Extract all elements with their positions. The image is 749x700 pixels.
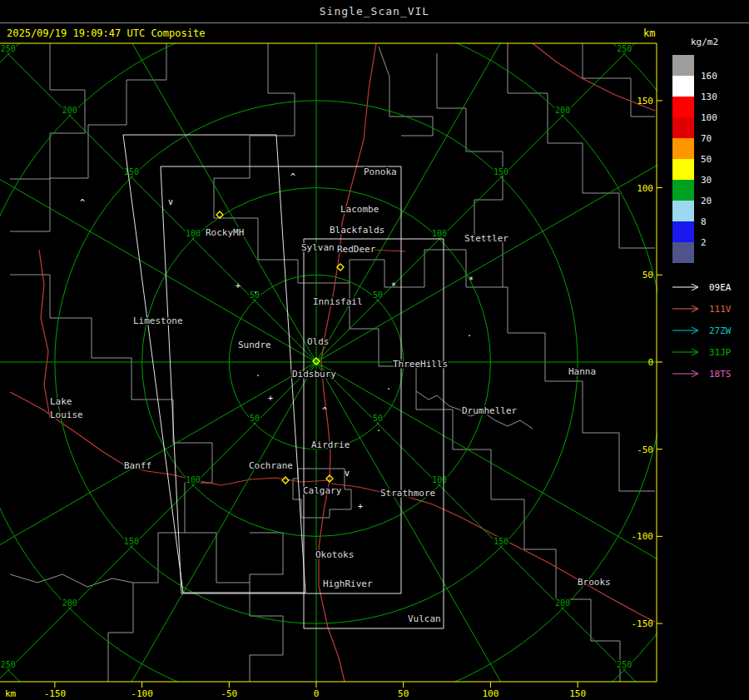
azimuth-spoke (79, 362, 316, 700)
bottom-axis-unit: km (5, 688, 17, 699)
range-label: 100 (432, 229, 447, 238)
town-marker: ^ (80, 198, 85, 207)
city-label: Ponoka (364, 166, 397, 177)
city-label: Didsbury (292, 369, 336, 380)
town-marker: v (345, 469, 350, 478)
range-label: 100 (186, 475, 201, 484)
town-marker: ^ (290, 172, 295, 181)
town-marker: * (469, 276, 474, 285)
city-label: Drumheller (462, 405, 518, 416)
right-axis-label: -150 (632, 618, 654, 629)
range-label: 150 (124, 167, 139, 176)
range-label: 200 (555, 598, 570, 608)
scale-swatch (672, 55, 694, 76)
scale-swatch (672, 159, 694, 180)
right-axis-label: 100 (637, 183, 653, 194)
azimuth-spoke (316, 27, 652, 362)
scale-swatch (672, 180, 694, 201)
city-label: Okotoks (315, 549, 354, 560)
city-label: Blackfalds (330, 225, 384, 236)
bottom-axis-label: -100 (131, 688, 153, 699)
county-boundary (503, 287, 655, 491)
county-boundary (250, 533, 283, 682)
range-label: 200 (555, 106, 570, 115)
city-label: Lake (50, 396, 72, 407)
bottom-axis-label: 50 (398, 688, 409, 699)
range-label: 200 (62, 106, 77, 115)
radar-site-entry: 111V (667, 298, 747, 320)
scale-entry: 20 (667, 180, 747, 201)
radar-site-id: 18TS (709, 369, 732, 380)
right-axis-label: -100 (632, 531, 654, 542)
range-label: 150 (494, 537, 508, 546)
county-boundary (185, 533, 250, 583)
radar-sites-legend: 09EA111V27ZW31JP18TS (667, 276, 747, 385)
radar-site-arrow-icon (671, 282, 704, 292)
city-label: Cochrane (249, 460, 293, 471)
range-label: 50 (373, 414, 383, 423)
range-label: 250 (617, 660, 632, 669)
range-label: 100 (432, 475, 447, 484)
bottom-axis-label: -50 (221, 688, 237, 699)
city-label: Stettler (464, 233, 508, 244)
radar-site-arrow-icon (671, 369, 704, 379)
legend-unit: kg/m2 (667, 37, 747, 50)
city-label: RedDeer (337, 244, 376, 255)
scale-swatch (672, 76, 694, 97)
range-label: 200 (62, 598, 77, 608)
azimuth-spoke (316, 0, 553, 362)
scale-entry: 8 (667, 201, 747, 221)
city-label: Strathmore (380, 488, 435, 499)
city-label: RockyMH (206, 227, 244, 238)
radar-map[interactable]: 5050505010010010010015015015015020020020… (0, 0, 666, 700)
city-label: Hanna (568, 366, 596, 377)
radar-site-entry: 31JP (667, 341, 747, 363)
city-labels: PonokaLacombeBlackfaldsSylvanRedDeerRock… (50, 166, 611, 624)
range-label: 150 (124, 537, 139, 546)
county-boundary (10, 275, 212, 682)
city-label: Lacombe (340, 204, 379, 215)
city-label: Brooks (578, 577, 611, 588)
radar-site-entry: 27ZW (667, 320, 747, 341)
scale-swatch (672, 117, 694, 138)
county-boundary (10, 574, 133, 587)
city-label: Louise (50, 410, 83, 420)
town-marker: ^ (322, 406, 327, 415)
scale-entry: 160 (667, 55, 747, 76)
scale-entry: 50 (667, 138, 747, 159)
azimuth-spoke (316, 362, 553, 700)
town-marker: + (268, 394, 273, 403)
city-label: Banff (124, 460, 151, 471)
scale-entry (667, 242, 747, 263)
right-axis-label: -50 (637, 444, 653, 455)
range-rings: 5050505010010010010015015015015020020020… (0, 0, 666, 700)
town-marker: v (168, 197, 173, 206)
scale-swatch (672, 97, 694, 117)
scale-swatch (672, 221, 694, 242)
right-axis-label: 0 (647, 357, 653, 368)
city-label: Airdrie (311, 439, 350, 450)
azimuth-spoke (0, 125, 316, 362)
county-boundary (10, 43, 166, 231)
city-label: Vulcan (408, 613, 441, 624)
town-marker: . (253, 285, 258, 295)
town-marker: . (467, 329, 472, 338)
scale-entry: 30 (667, 159, 747, 180)
city-label: Innisfail (313, 296, 363, 307)
city-label: Limestone (133, 315, 183, 326)
range-ring (0, 13, 665, 700)
scale-swatch (672, 138, 694, 159)
town-marker: . (386, 382, 391, 391)
radar-site-id: 31JP (709, 347, 732, 358)
county-boundary (214, 43, 295, 218)
station-diamond-marker (282, 477, 289, 484)
radar-site-arrow-icon (671, 325, 704, 335)
scale-swatch (672, 242, 694, 263)
city-label: Olds (307, 336, 330, 347)
town-marker: * (391, 281, 396, 290)
bottom-axis-label: 150 (569, 688, 586, 699)
radar-site-id: 111V (709, 304, 732, 315)
right-axis-label: 50 (642, 270, 653, 280)
radar-site-entry: 18TS (667, 363, 747, 385)
town-marker: + (358, 502, 363, 511)
